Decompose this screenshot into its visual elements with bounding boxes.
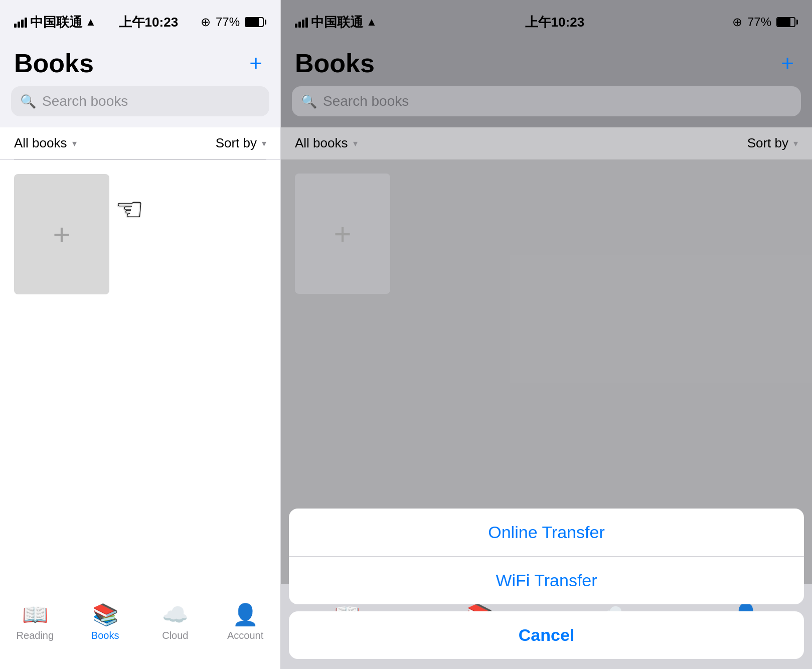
left-account-icon: 👤 <box>232 602 258 627</box>
left-cloud-icon: ☁️ <box>162 602 188 627</box>
right-battery-icon <box>776 17 798 27</box>
left-filter-bar: All books ▾ Sort by ▾ <box>0 127 280 159</box>
left-tab-bar: 📖 Reading 📚 Books ☁️ Cloud 👤 Account <box>0 584 280 669</box>
left-carrier: 中国联通 <box>30 14 82 31</box>
right-filter-bar: All books ▾ Sort by ▾ <box>281 127 812 159</box>
left-location-icon: ⊕ <box>201 15 211 29</box>
left-tab-reading[interactable]: 📖 Reading <box>0 602 70 641</box>
left-all-books-filter[interactable]: All books ▾ <box>14 135 77 151</box>
left-allbooks-chevron-icon: ▾ <box>72 138 77 149</box>
left-reading-icon: 📖 <box>22 602 48 627</box>
left-time: 上午10:23 <box>119 14 179 31</box>
right-battery-pct: 77% <box>747 15 771 29</box>
right-carrier: 中国联通 <box>311 14 363 31</box>
action-sheet-options-group: Online Transfer WiFi Transfer <box>289 509 804 604</box>
left-panel: 中国联通 ▲ 上午10:23 ⊕ 77% Books + 🔍 Search bo… <box>0 0 281 669</box>
left-tab-books[interactable]: 📚 Books <box>70 602 140 641</box>
left-signal-icon <box>14 17 27 28</box>
action-sheet-online-transfer[interactable]: Online Transfer <box>289 509 804 556</box>
right-location-icon: ⊕ <box>732 15 742 29</box>
left-battery-pct: 77% <box>216 15 240 29</box>
action-sheet-overlay: Online Transfer WiFi Transfer Cancel <box>281 509 812 669</box>
left-reading-label: Reading <box>17 630 54 641</box>
action-sheet-cancel-button[interactable]: Cancel <box>289 611 804 659</box>
left-wifi-icon: ▲ <box>85 16 96 29</box>
left-status-bar: 中国联通 ▲ 上午10:23 ⊕ 77% <box>0 0 280 44</box>
right-sort-by-filter[interactable]: Sort by ▾ <box>747 135 798 151</box>
right-time: 上午10:23 <box>525 14 585 31</box>
right-wifi-icon: ▲ <box>366 16 377 29</box>
left-books-label: Books <box>91 630 119 641</box>
right-all-books-label: All books <box>295 135 348 151</box>
left-search-icon: 🔍 <box>20 94 36 109</box>
left-sort-by-label: Sort by <box>216 135 257 151</box>
left-add-book-button[interactable]: + <box>14 174 109 294</box>
left-app-title: Books <box>14 48 94 78</box>
left-cursor-icon: ☞ <box>115 191 144 228</box>
right-app-header: Books + <box>281 44 812 86</box>
right-add-book-button[interactable]: + <box>295 174 390 294</box>
action-sheet-wifi-transfer[interactable]: WiFi Transfer <box>289 556 804 604</box>
right-add-button[interactable]: + <box>777 49 798 78</box>
right-sortby-chevron-icon: ▾ <box>793 138 798 149</box>
left-cloud-label: Cloud <box>162 630 188 641</box>
left-books-icon: 📚 <box>92 602 118 627</box>
right-status-bar: 中国联通 ▲ 上午10:23 ⊕ 77% <box>281 0 812 44</box>
right-search-placeholder: Search books <box>323 93 409 109</box>
right-carrier-info: 中国联通 ▲ <box>295 14 377 31</box>
left-sort-by-filter[interactable]: Sort by ▾ <box>216 135 266 151</box>
left-search-bar[interactable]: 🔍 Search books <box>11 86 269 116</box>
right-app-title: Books <box>295 48 375 78</box>
left-search-placeholder: Search books <box>42 93 128 109</box>
left-battery-info: ⊕ 77% <box>201 15 266 29</box>
right-search-icon: 🔍 <box>301 94 317 109</box>
left-content-area: + ☞ <box>0 160 280 584</box>
right-all-books-filter[interactable]: All books ▾ <box>295 135 358 151</box>
left-carrier-info: 中国联通 ▲ <box>14 14 96 31</box>
left-account-label: Account <box>227 630 263 641</box>
right-allbooks-chevron-icon: ▾ <box>353 138 358 149</box>
right-signal-icon <box>295 17 308 28</box>
left-tab-account[interactable]: 👤 Account <box>210 602 280 641</box>
left-all-books-label: All books <box>14 135 67 151</box>
right-add-book-icon: + <box>334 217 351 251</box>
right-sort-by-label: Sort by <box>747 135 788 151</box>
left-tab-cloud[interactable]: ☁️ Cloud <box>140 602 211 641</box>
right-panel: 中国联通 ▲ 上午10:23 ⊕ 77% Books + 🔍 Search bo… <box>281 0 812 669</box>
left-add-book-icon: + <box>53 217 70 252</box>
left-battery-icon <box>245 17 266 27</box>
left-sortby-chevron-icon: ▾ <box>262 138 266 149</box>
left-add-button[interactable]: + <box>245 49 266 78</box>
right-search-bar[interactable]: 🔍 Search books <box>292 86 801 116</box>
right-battery-info: ⊕ 77% <box>732 15 798 29</box>
left-app-header: Books + <box>0 44 280 86</box>
